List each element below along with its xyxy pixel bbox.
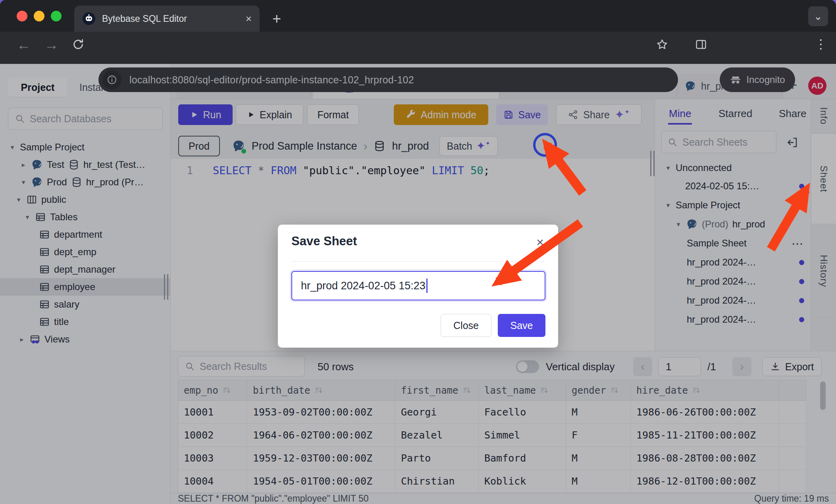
screen: Bytebase SQL Editor × + ⌄ ← → localhost:… xyxy=(0,0,836,504)
modal-close-button[interactable]: Close xyxy=(441,314,491,337)
forward-icon[interactable]: → xyxy=(44,37,59,53)
side-panel-icon[interactable] xyxy=(695,38,707,51)
sheet-name-value: hr_prod 2024-02-05 15:23 xyxy=(301,280,426,292)
bytebase-favicon xyxy=(82,12,96,25)
modal-title: Save Sheet xyxy=(291,234,357,248)
browser-new-tab-icon[interactable]: + xyxy=(272,11,281,26)
browser-menu-kebab-icon[interactable]: ⋮ xyxy=(815,37,827,52)
window-zoom-button[interactable] xyxy=(51,11,62,21)
reload-icon[interactable] xyxy=(71,38,85,51)
bookmark-star-icon[interactable] xyxy=(656,38,668,51)
modal-save-label: Save xyxy=(510,320,533,331)
save-sheet-modal: Save Sheet × hr_prod 2024-02-05 15:23 Cl… xyxy=(278,225,558,348)
browser-tab[interactable]: Bytebase SQL Editor × xyxy=(74,6,260,32)
text-caret xyxy=(426,279,428,293)
back-icon[interactable]: ← xyxy=(17,37,31,53)
browser-tab-title: Bytebase SQL Editor xyxy=(102,13,239,24)
browser-tab-close-icon[interactable]: × xyxy=(246,13,252,25)
browser-chrome: Bytebase SQL Editor × + ⌄ ← → localhost:… xyxy=(0,0,836,64)
modal-divider xyxy=(291,261,545,262)
browser-toolbar: ← → localhost:8080/sql-editor/prod-sampl… xyxy=(0,32,836,64)
tab-search-chevron-icon[interactable]: ⌄ xyxy=(808,6,828,26)
close-icon[interactable]: × xyxy=(536,235,544,250)
window-close-button[interactable] xyxy=(17,11,27,21)
sheet-name-input[interactable]: hr_prod 2024-02-05 15:23 xyxy=(291,271,545,300)
modal-close-label: Close xyxy=(453,320,479,331)
modal-save-button[interactable]: Save xyxy=(498,314,545,337)
window-minimize-button[interactable] xyxy=(34,11,44,21)
